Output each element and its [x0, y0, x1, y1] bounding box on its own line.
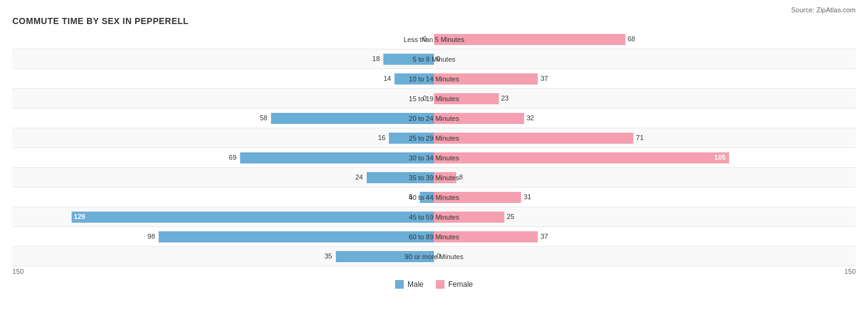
legend: Male Female: [12, 280, 856, 289]
male-bar: [394, 73, 434, 85]
chart-title: COMMUTE TIME BY SEX IN PEPPERELL: [12, 16, 856, 26]
male-value: 98: [148, 233, 155, 240]
chart-row: 5 to 9 Minutes180: [12, 49, 856, 69]
female-value: 105: [714, 154, 725, 161]
female-bar: [434, 113, 524, 124]
female-value: 37: [540, 233, 548, 240]
legend-male-label: Male: [407, 280, 424, 289]
male-value: 14: [383, 75, 391, 82]
male-value: 69: [229, 154, 236, 161]
male-value: 24: [356, 173, 363, 181]
male-bar: [367, 172, 434, 183]
male-bar: [389, 133, 434, 144]
female-bar: [434, 212, 504, 223]
male-value: 18: [372, 55, 380, 62]
chart-row: 30 to 34 Minutes69105: [12, 148, 856, 168]
female-bar: [434, 73, 538, 85]
female-value: 0: [436, 252, 440, 260]
chart-row: 45 to 59 Minutes12925: [12, 207, 856, 227]
chart-row: 35 to 39 Minutes248: [12, 168, 856, 188]
male-value: 0: [423, 35, 427, 43]
male-value: 58: [260, 114, 267, 122]
male-bar: [72, 212, 434, 223]
male-value: 35: [325, 252, 332, 260]
male-value: 5: [409, 193, 412, 200]
male-bar: [336, 251, 434, 262]
chart-row: 40 to 44 Minutes531: [12, 188, 856, 207]
axis-left: 150: [12, 268, 23, 275]
chart-row: 10 to 14 Minutes1437: [12, 69, 856, 89]
female-bar: [434, 133, 633, 144]
legend-female: Female: [436, 280, 473, 289]
chart-row: 20 to 24 Minutes5832: [12, 109, 856, 128]
female-value: 71: [636, 134, 643, 141]
legend-female-box: [436, 280, 444, 289]
female-value: 31: [524, 193, 531, 200]
female-bar: [434, 34, 625, 45]
female-bar: [434, 172, 456, 183]
chart-row: 25 to 29 Minutes1671: [12, 128, 856, 148]
male-value: 0: [423, 94, 427, 102]
female-value: 68: [628, 35, 635, 43]
female-bar: [434, 93, 499, 104]
female-value: 25: [507, 213, 514, 220]
chart-row: 60 to 89 Minutes9837: [12, 227, 856, 247]
female-bar: [434, 152, 729, 163]
male-value: 129: [74, 213, 85, 220]
male-bar: [159, 231, 434, 242]
male-bar: [271, 113, 434, 124]
female-bar: [434, 231, 538, 242]
chart-row: Less than 5 Minutes068: [12, 30, 856, 49]
female-value: 37: [540, 75, 548, 82]
source-label: Source: ZipAtlas.com: [12, 6, 856, 14]
female-value: 32: [527, 114, 534, 122]
legend-female-label: Female: [448, 280, 473, 289]
chart-row: 15 to 19 Minutes023: [12, 89, 856, 109]
male-bar: [420, 192, 434, 203]
male-bar: [383, 54, 434, 65]
legend-male-box: [395, 280, 404, 289]
female-value: 23: [501, 94, 509, 102]
axis-right: 150: [845, 268, 856, 275]
female-value: 0: [436, 55, 440, 62]
legend-male: Male: [395, 280, 424, 289]
axis-labels: 150 150: [12, 268, 856, 275]
chart-area: Less than 5 Minutes0685 to 9 Minutes1801…: [12, 30, 856, 266]
female-value: 8: [459, 173, 462, 181]
chart-row: 90 or more Minutes350: [12, 247, 856, 266]
male-bar: [240, 152, 434, 163]
female-bar: [434, 192, 521, 203]
male-value: 16: [378, 134, 385, 141]
